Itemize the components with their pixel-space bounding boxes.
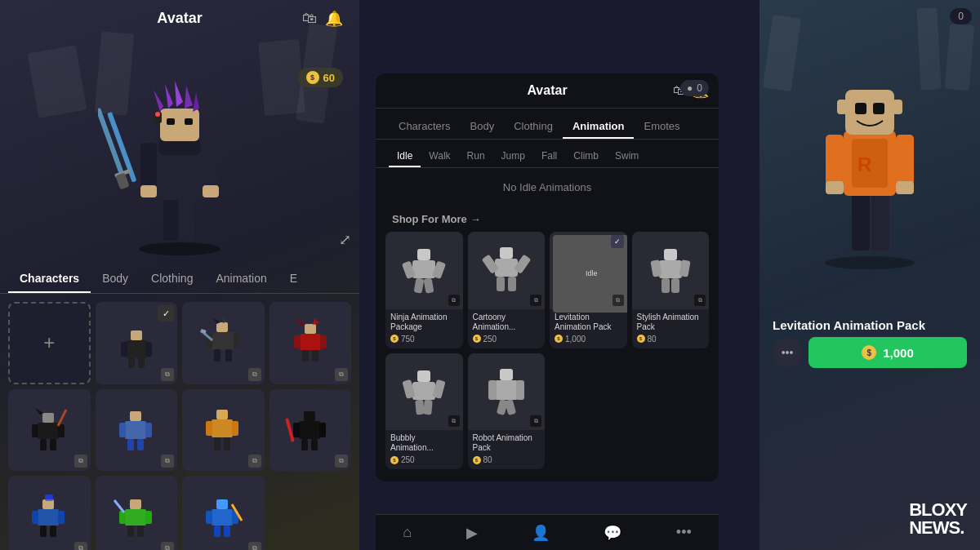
svg-rect-68 <box>304 411 315 421</box>
shop-item-levitation[interactable]: Idle ✓ ⧉ Levitation Animation Pack $ 1,0… <box>550 232 627 348</box>
svg-rect-82 <box>130 499 141 509</box>
check-badge-1: ✓ <box>158 305 174 322</box>
mid-coin-amount: 0 <box>697 82 702 94</box>
svg-rect-26 <box>145 342 152 357</box>
character-cell-6[interactable]: ⧉ <box>182 389 265 472</box>
char-svg-2 <box>194 314 252 371</box>
shop-grid: ⧉ Ninja Animation Package $ 750 <box>376 232 719 476</box>
mid-main-tabs: Characters Body Clothing Animation Emote… <box>376 109 719 140</box>
svg-rect-125 <box>423 399 433 415</box>
buy-button[interactable]: $ 1,000 <box>808 337 967 368</box>
mid-tab-emotes[interactable]: Emotes <box>634 115 689 139</box>
character-cell-10[interactable]: ⧉ <box>182 476 265 550</box>
left-title: Avatar <box>157 10 202 27</box>
price-coin-cartoony: $ <box>473 335 481 343</box>
nav-avatar-icon[interactable]: 👤 <box>525 517 556 548</box>
svg-rect-2 <box>180 196 194 241</box>
svg-rect-66 <box>224 437 230 450</box>
svg-rect-62 <box>212 419 233 437</box>
character-cell-3[interactable]: ⧉ <box>270 302 352 384</box>
svg-rect-8 <box>203 185 219 197</box>
svg-text:R: R <box>858 153 871 175</box>
stylish-anim-svg <box>641 241 700 299</box>
mid-tab-clothing[interactable]: Clothing <box>504 115 563 139</box>
expand-icon[interactable]: ⤢ <box>339 231 351 249</box>
shop-robot-price: $ 80 <box>473 455 541 464</box>
sub-tab-idle[interactable]: Idle <box>389 146 421 167</box>
character-cell-9[interactable]: ⧉ <box>96 476 178 550</box>
character-cell-8[interactable]: ⧉ <box>8 476 91 550</box>
svg-rect-126 <box>500 369 513 380</box>
character-cell-2[interactable]: ⧉ <box>182 302 265 384</box>
cart-icon[interactable]: 🛍 <box>302 10 317 27</box>
character-cell-1[interactable]: ✓ ⧉ <box>96 302 178 384</box>
bloxy-text: BLOXY NEWS. <box>909 501 967 537</box>
sub-tab-run[interactable]: Run <box>459 146 493 167</box>
tab-animation[interactable]: Animation <box>204 265 278 293</box>
shop-item-bubbly[interactable]: ⧉ Bubbly Animation... $ 250 <box>385 353 463 470</box>
left-header: Avatar 🛍 🔔 <box>0 0 359 37</box>
sub-tab-fall[interactable]: Fall <box>533 146 565 167</box>
tab-characters[interactable]: Characters <box>8 265 91 293</box>
svg-rect-59 <box>127 439 134 450</box>
mid-header: Avatar 🛍 🔔 ● 0 <box>376 73 719 109</box>
character-cell-5[interactable]: ⧉ <box>96 389 178 472</box>
svg-rect-144 <box>873 103 884 114</box>
price-value-cartoony: 250 <box>483 335 497 344</box>
shop-cartoony-name: Cartoony Animation... <box>473 313 541 332</box>
svg-rect-65 <box>214 437 220 450</box>
add-character-cell[interactable]: + <box>8 302 91 384</box>
mid-tab-animation[interactable]: Animation <box>563 115 635 139</box>
tab-body[interactable]: Body <box>91 265 140 293</box>
left-avatar-scene: $ 60 ⤢ <box>0 37 359 257</box>
shop-item-ninja[interactable]: ⧉ Ninja Animation Package $ 750 <box>385 232 463 348</box>
mid-tab-body[interactable]: Body <box>461 115 505 139</box>
nav-home-icon[interactable]: ⌂ <box>396 517 418 548</box>
svg-rect-71 <box>319 423 326 437</box>
svg-rect-50 <box>32 424 38 437</box>
shop-item-robot[interactable]: ⧉ Robot Animation Pack $ 80 <box>468 353 546 470</box>
ninja-anim-svg <box>394 241 453 299</box>
bell-icon[interactable]: 🔔 <box>325 10 343 28</box>
shop-item-stylish[interactable]: ⧉ Stylish Animation Pack $ 80 <box>632 232 710 348</box>
sub-tab-jump[interactable]: Jump <box>493 146 533 167</box>
price-value-bubbly: 250 <box>401 455 415 464</box>
shop-stylish-copy: ⧉ <box>694 295 706 306</box>
character-cell-7[interactable]: ⧉ <box>270 389 352 472</box>
svg-rect-121 <box>412 382 435 400</box>
svg-rect-23 <box>131 330 142 340</box>
svg-rect-103 <box>495 259 518 277</box>
avatar-svg <box>98 45 261 257</box>
more-options-button[interactable]: ••• <box>773 338 802 367</box>
shop-item-cartoony[interactable]: ⧉ Cartoony Animation... $ 250 <box>468 232 546 348</box>
bloxy-news-logo: BLOXY NEWS. <box>909 501 967 537</box>
svg-rect-115 <box>659 260 682 278</box>
shop-robot-name: Robot Animation Pack <box>473 433 541 453</box>
svg-rect-73 <box>311 439 318 450</box>
sub-tab-walk[interactable]: Walk <box>421 146 458 167</box>
svg-rect-60 <box>137 439 144 450</box>
middle-panel: Avatar 🛍 🔔 ● 0 Characters Body Clothing … <box>376 73 719 481</box>
svg-rect-39 <box>305 324 316 334</box>
shop-robot-copy: ⧉ <box>530 415 541 427</box>
tab-clothing[interactable]: Clothing <box>140 265 204 293</box>
tab-extra[interactable]: E <box>278 265 309 293</box>
svg-rect-72 <box>301 439 308 450</box>
nav-more-icon[interactable]: ••• <box>670 517 698 548</box>
char-svg-4 <box>20 401 78 459</box>
nav-play-icon[interactable]: ▶ <box>460 517 484 548</box>
nav-chat-icon[interactable]: 💬 <box>597 517 628 548</box>
price-coin-bubbly: $ <box>390 456 399 464</box>
character-grid: + ✓ ⧉ <box>0 294 359 550</box>
sub-tab-swim[interactable]: Swim <box>607 146 647 167</box>
svg-rect-94 <box>224 526 230 537</box>
svg-rect-25 <box>121 342 127 357</box>
price-value-robot: 80 <box>483 455 492 464</box>
bubbly-anim-svg <box>394 362 453 421</box>
mid-tab-characters[interactable]: Characters <box>389 115 461 139</box>
shop-arrow[interactable]: → <box>470 213 481 225</box>
sub-tab-climb[interactable]: Climb <box>565 146 607 167</box>
character-cell-4[interactable]: ⧉ <box>8 389 91 472</box>
copy-badge-4: ⧉ <box>74 455 87 468</box>
svg-rect-107 <box>508 277 516 291</box>
